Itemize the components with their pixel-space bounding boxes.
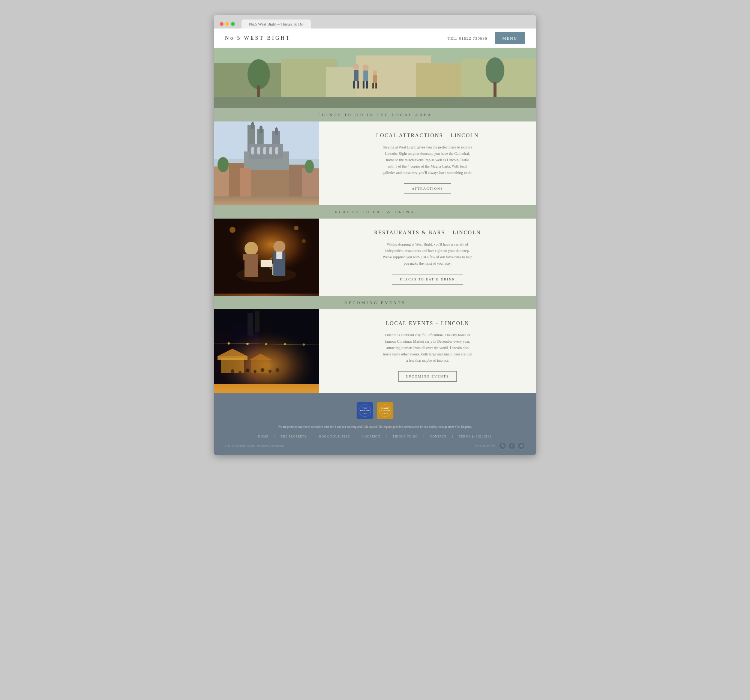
attractions-button[interactable]: ATTRACTIONS	[404, 183, 451, 194]
browser-dots	[220, 22, 235, 26]
events-body: Lincoln is a vibrant city, full of cultu…	[383, 332, 472, 364]
svg-point-88	[276, 368, 280, 372]
svg-point-93	[284, 343, 286, 345]
hero-svg	[214, 48, 536, 108]
footer-nav-things[interactable]: THINGS TO DO	[393, 435, 418, 438]
site-header: No·5 WEST BIGHT TEL: 01522 730636 MENU	[214, 29, 536, 48]
events-text: LOCAL EVENTS – LINCOLN Lincoln is a vibr…	[319, 309, 536, 393]
minimize-dot[interactable]	[225, 22, 229, 26]
svg-point-92	[265, 343, 267, 345]
instagram-icon[interactable]: ◎	[518, 442, 525, 450]
restaurants-body: Whilst stopping at West Bight, you'll ha…	[383, 241, 472, 267]
cathedral-svg	[214, 121, 319, 196]
svg-text:QUALITY: QUALITY	[381, 407, 390, 409]
svg-point-91	[246, 343, 249, 345]
website-content: No·5 WEST BIGHT TEL: 01522 730636 MENU	[214, 29, 536, 455]
footer-nav-terms[interactable]: TERMS & POLICIES	[459, 435, 492, 438]
restaurants-text: RESTAURANTS & BARS – LINCOLN Whilst stop…	[319, 219, 536, 296]
events-card: LOCAL EVENTS – LINCOLN Lincoln is a vibr…	[214, 309, 536, 393]
svg-rect-60	[243, 254, 247, 260]
facebook-icon[interactable]: f	[508, 442, 516, 450]
footer-nav-sep6: |	[452, 435, 453, 438]
svg-text:GOLD: GOLD	[363, 413, 367, 414]
badge-silver: VISIT ENGLAND GOLD	[357, 402, 373, 419]
hero-image-inner	[214, 48, 536, 108]
svg-rect-18	[363, 81, 364, 89]
svg-rect-22	[372, 83, 374, 89]
footer-nav-property[interactable]: THE PROPERTY	[281, 435, 307, 438]
eat-drink-button[interactable]: PLACES TO EAT & DRINK	[392, 274, 463, 285]
attractions-image	[214, 121, 319, 205]
events-button[interactable]: UPCOMING EVENTS	[398, 371, 457, 382]
svg-rect-39	[257, 147, 260, 155]
svg-rect-65	[261, 260, 272, 267]
svg-rect-17	[363, 71, 368, 81]
svg-point-20	[373, 70, 377, 75]
silver-award-icon: VISIT ENGLAND GOLD	[358, 404, 371, 417]
svg-point-84	[246, 368, 249, 372]
svg-rect-34	[275, 129, 278, 135]
badge-gold: QUALITY IN TOURISM ★★★★	[377, 402, 393, 419]
eat-drink-divider: PLACES TO EAT & DRINK	[214, 205, 536, 219]
events-title: LOCAL EVENTS – LINCOLN	[386, 321, 469, 327]
things-to-do-heading: THINGS TO DO IN THE LOCAL AREA	[318, 112, 432, 117]
footer-bottom: © 2018 West Bight Cottages | Designed by…	[225, 442, 525, 450]
things-to-do-divider: THINGS TO DO IN THE LOCAL AREA	[214, 108, 536, 121]
hero-image	[214, 48, 536, 108]
attractions-card: LOCAL ATTRACTIONS – LINCOLN Staying at W…	[214, 121, 536, 205]
svg-point-62	[274, 241, 285, 253]
site-logo: No·5 WEST BIGHT	[225, 35, 290, 41]
svg-rect-7	[214, 97, 536, 108]
maximize-dot[interactable]	[231, 22, 235, 26]
browser-window: No.5 West Bight – Things To Do No·5 WEST…	[214, 15, 536, 455]
restaurants-card: RESTAURANTS & BARS – LINCOLN Whilst stop…	[214, 219, 536, 296]
svg-rect-46	[240, 168, 251, 196]
svg-point-94	[303, 344, 305, 346]
site-footer: VISIT ENGLAND GOLD QUALITY IN TOURISM ★★…	[214, 393, 536, 455]
svg-point-87	[269, 370, 272, 373]
header-right: TEL: 01522 730636 MENU	[447, 32, 525, 44]
restaurants-image	[214, 219, 319, 296]
footer-nav-sep4: |	[386, 435, 387, 438]
svg-rect-15	[357, 81, 359, 89]
svg-rect-78	[218, 356, 247, 360]
close-dot[interactable]	[220, 22, 223, 26]
attractions-body: Staying at West Bight, gives you the per…	[383, 144, 472, 176]
svg-rect-23	[375, 83, 377, 89]
svg-point-16	[363, 64, 369, 71]
footer-nav-home[interactable]: HOME	[258, 435, 269, 438]
svg-text:ENGLAND: ENGLAND	[360, 410, 369, 412]
footer-badges: VISIT ENGLAND GOLD QUALITY IN TOURISM ★★…	[225, 402, 525, 419]
svg-point-49	[218, 157, 229, 172]
footer-nav-sep2: |	[313, 435, 314, 438]
footer-nav-sep1: |	[274, 435, 275, 438]
events-svg	[214, 309, 319, 384]
svg-rect-31	[260, 127, 263, 133]
footer-accreditation: We are proud to have been accredited wit…	[225, 425, 525, 430]
svg-point-67	[294, 226, 298, 230]
svg-point-86	[261, 368, 264, 372]
restaurants-title: RESTAURANTS & BARS – LINCOLN	[374, 230, 481, 236]
svg-point-82	[231, 369, 234, 373]
svg-rect-13	[354, 70, 358, 81]
browser-chrome: No.5 West Bight – Things To Do	[214, 15, 536, 29]
footer-copyright: © 2018 West Bight Cottages | Designed by…	[225, 444, 283, 447]
footer-nav-location[interactable]: LOCATION	[362, 435, 380, 438]
svg-point-12	[353, 64, 359, 70]
footer-nav-book[interactable]: BOOK YOUR STAY	[319, 435, 350, 438]
eat-drink-heading: PLACES TO EAT & DRINK	[335, 210, 415, 214]
svg-point-83	[238, 371, 241, 374]
svg-rect-42	[275, 147, 278, 155]
svg-rect-41	[269, 147, 272, 155]
twitter-icon[interactable]: 𝕏	[499, 442, 506, 450]
svg-rect-61	[254, 254, 258, 260]
social-icons: FOLLOW US ON: 𝕏 f ◎	[475, 442, 525, 450]
gold-award-icon: QUALITY IN TOURISM ★★★★	[379, 404, 392, 417]
svg-point-50	[305, 160, 314, 173]
menu-button[interactable]: MENU	[495, 32, 525, 44]
footer-nav-contact[interactable]: CONTACT	[430, 435, 447, 438]
browser-tab[interactable]: No.5 West Bight – Things To Do	[241, 20, 311, 29]
svg-point-66	[229, 227, 235, 233]
svg-rect-28	[251, 123, 254, 129]
svg-point-68	[302, 239, 306, 243]
